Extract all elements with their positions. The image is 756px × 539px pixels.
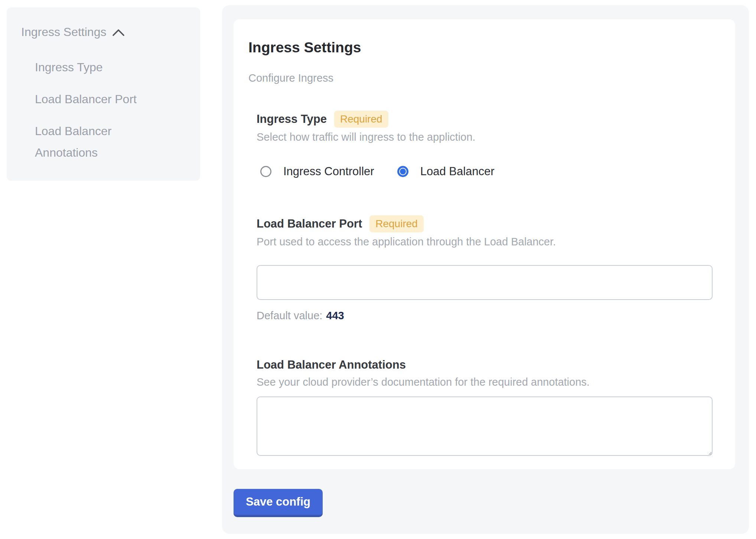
- section-load-balancer-annotations: Load Balancer Annotations See your cloud…: [257, 357, 713, 456]
- load-balancer-annotations-description: See your cloud provider’s documentation …: [257, 375, 713, 389]
- default-value-label: Default value:: [257, 310, 322, 321]
- sidebar-group-label: Ingress Settings: [21, 24, 106, 39]
- settings-sidebar: Ingress Settings Ingress Type Load Balan…: [7, 7, 200, 181]
- radio-label: Load Balancer: [420, 165, 495, 178]
- required-badge: Required: [369, 215, 424, 232]
- sidebar-item-ingress-type[interactable]: Ingress Type: [35, 56, 164, 78]
- radio-ingress-controller[interactable]: Ingress Controller: [260, 165, 374, 178]
- chevron-up-icon: [112, 28, 125, 37]
- page-subtitle: Configure Ingress: [248, 71, 713, 85]
- section-ingress-type: Ingress Type Required Select how traffic…: [257, 111, 713, 178]
- sidebar-item-load-balancer-port[interactable]: Load Balancer Port: [35, 88, 164, 110]
- main-panel: Ingress Settings Configure Ingress Ingre…: [222, 5, 749, 534]
- required-badge: Required: [334, 111, 388, 128]
- radio-load-balancer[interactable]: Load Balancer: [397, 165, 495, 178]
- default-value-number: 443: [326, 310, 344, 321]
- page-title: Ingress Settings: [248, 39, 713, 56]
- load-balancer-port-heading: Load Balancer Port: [257, 216, 362, 232]
- section-load-balancer-port: Load Balancer Port Required Port used to…: [257, 215, 713, 322]
- ingress-type-radio-group: Ingress Controller Load Balancer: [257, 165, 713, 178]
- default-value-helper: Default value:443: [257, 309, 713, 322]
- load-balancer-annotations-textarea[interactable]: [257, 396, 713, 456]
- save-config-button[interactable]: Save config: [234, 489, 323, 517]
- sidebar-item-list: Ingress Type Load Balancer Port Load Bal…: [35, 56, 190, 163]
- ingress-type-heading: Ingress Type: [257, 111, 327, 127]
- ingress-settings-card: Ingress Settings Configure Ingress Ingre…: [234, 19, 735, 469]
- radio-circle-icon: [260, 166, 271, 177]
- sidebar-item-load-balancer-annotations[interactable]: Load Balancer Annotations: [35, 120, 164, 163]
- sidebar-group-ingress-settings[interactable]: Ingress Settings: [21, 24, 190, 39]
- ingress-type-description: Select how traffic will ingress to the a…: [257, 130, 713, 144]
- radio-label: Ingress Controller: [283, 165, 374, 178]
- load-balancer-port-input[interactable]: [257, 265, 713, 300]
- radio-circle-icon: [397, 166, 408, 177]
- load-balancer-port-description: Port used to access the application thro…: [257, 235, 713, 249]
- load-balancer-annotations-heading: Load Balancer Annotations: [257, 357, 406, 373]
